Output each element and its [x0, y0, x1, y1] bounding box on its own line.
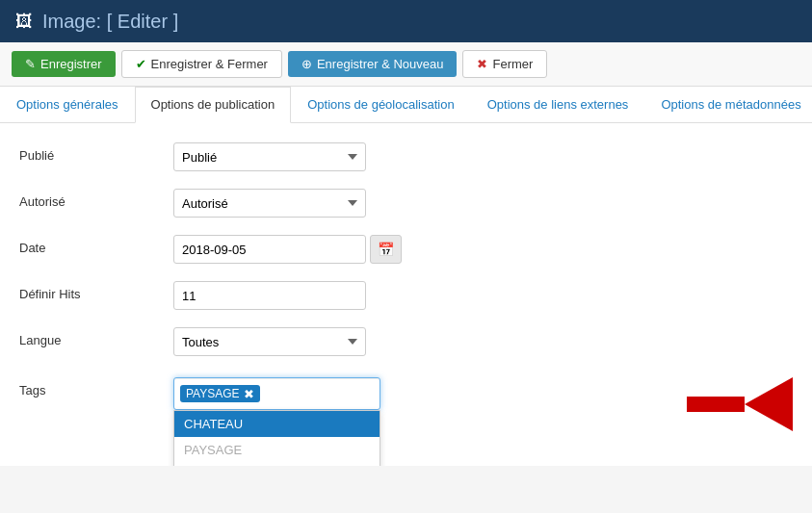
check-icon: ✔ [136, 57, 146, 71]
label-tags: Tags [19, 377, 173, 398]
form-content: Publié Publié Non publié Autorisé Autori… [0, 123, 812, 466]
close-button[interactable]: ✖ Fermer [462, 50, 547, 78]
row-date: Date 📅 [19, 235, 793, 266]
label-langue: Langue [19, 327, 173, 347]
save-close-button[interactable]: ✔ Enregistrer & Fermer [121, 50, 282, 78]
arrow-head [745, 377, 793, 431]
row-hits: Définir Hits [19, 281, 793, 312]
field-date: 📅 [173, 235, 793, 264]
save-new-button[interactable]: ⊕ Enregistrer & Nouveau [288, 51, 458, 77]
calendar-button[interactable]: 📅 [370, 235, 402, 264]
field-hits [173, 281, 793, 310]
image-icon: 🖼 [15, 12, 33, 32]
tag-paysage: PAYSAGE ✖ [180, 385, 260, 402]
select-autorise[interactable]: Autorisé Non autorisé [173, 189, 366, 218]
close-icon: ✖ [477, 57, 487, 71]
save-button[interactable]: ✎ Enregistrer [12, 51, 116, 77]
tab-options-metadonnees[interactable]: Options de métadonnées [644, 87, 812, 122]
tab-options-geolocalisation[interactable]: Options de géolocalisation [291, 87, 471, 122]
arrow-tail [687, 397, 745, 412]
toolbar: ✎ Enregistrer ✔ Enregistrer & Fermer ⊕ E… [0, 42, 812, 87]
input-date[interactable] [173, 235, 366, 264]
tags-option-animaux[interactable]: ANIMAUX [174, 463, 380, 466]
field-publie: Publié Non publié [173, 142, 793, 171]
row-autorise: Autorisé Autorisé Non autorisé [19, 189, 793, 219]
tab-options-generales[interactable]: Options générales [0, 87, 135, 122]
row-langue: Langue Toutes Français Anglais [19, 327, 793, 358]
save-icon: ✎ [25, 57, 36, 71]
page-header: 🖼 Image: [ Editer ] [0, 0, 812, 42]
tab-options-liens[interactable]: Options de liens externes [471, 87, 645, 122]
row-tags: Tags PAYSAGE ✖ CHATEAU PAYSAGE ANIMAUX [19, 373, 793, 431]
tags-dropdown: CHATEAU PAYSAGE ANIMAUX [173, 410, 380, 466]
field-autorise: Autorisé Non autorisé [173, 189, 793, 218]
tab-options-publication[interactable]: Options de publication [135, 87, 292, 123]
arrow-indicator [687, 377, 793, 431]
select-publie[interactable]: Publié Non publié [173, 142, 366, 171]
label-hits: Définir Hits [19, 281, 173, 301]
select-langue[interactable]: Toutes Français Anglais [173, 327, 366, 356]
input-hits[interactable] [173, 281, 366, 310]
tags-input-box[interactable]: PAYSAGE ✖ [173, 377, 380, 410]
field-langue: Toutes Français Anglais [173, 327, 793, 356]
tags-option-chateau[interactable]: CHATEAU [174, 411, 380, 437]
label-publie: Publié [19, 142, 173, 163]
label-autorise: Autorisé [19, 189, 173, 209]
row-publie: Publié Publié Non publié [19, 142, 793, 173]
tag-remove-paysage[interactable]: ✖ [244, 388, 254, 400]
plus-icon: ⊕ [301, 57, 312, 71]
label-date: Date [19, 235, 173, 255]
tag-label: PAYSAGE [186, 387, 240, 400]
page-title: Image: [ Editer ] [42, 11, 178, 33]
field-tags: PAYSAGE ✖ CHATEAU PAYSAGE ANIMAUX [173, 377, 658, 410]
tags-option-paysage: PAYSAGE [174, 437, 380, 463]
tabs-bar: Options générales Options de publication… [0, 87, 812, 123]
tags-text-input[interactable] [264, 385, 322, 403]
